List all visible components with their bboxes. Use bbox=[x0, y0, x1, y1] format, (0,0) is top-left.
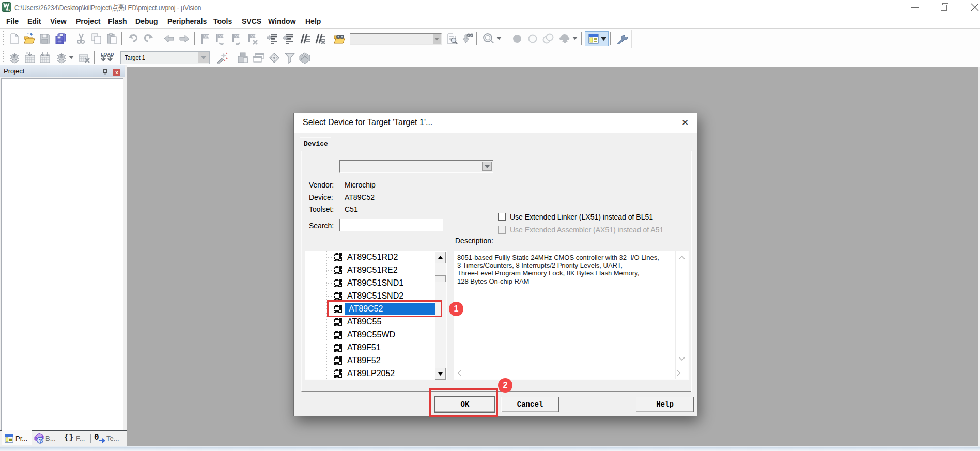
svg-text:?: ? bbox=[39, 438, 42, 444]
svg-text:LOAD: LOAD bbox=[101, 52, 114, 57]
svg-text:s: s bbox=[7, 7, 10, 12]
